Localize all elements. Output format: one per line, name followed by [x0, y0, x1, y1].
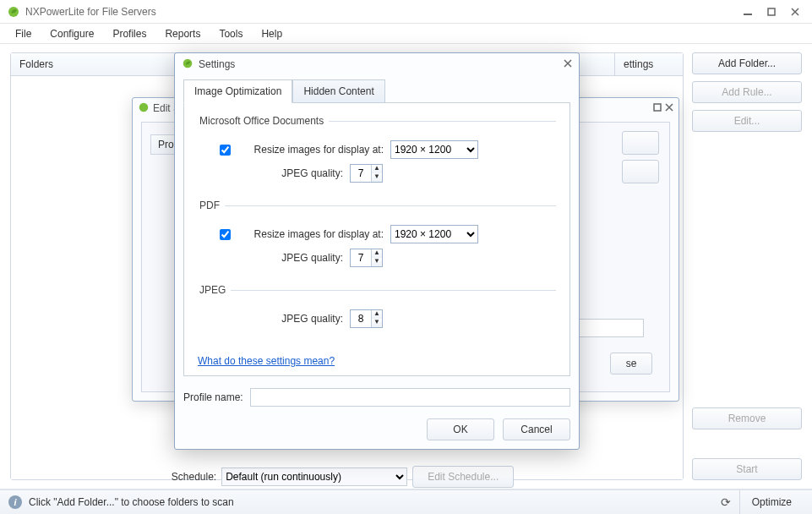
remove-button[interactable]: Remove	[692, 407, 802, 429]
group-office-legend: Microsoft Office Documents	[198, 115, 329, 127]
settings-column-header[interactable]: ettings	[615, 53, 683, 75]
edit-window-icon	[138, 101, 150, 116]
svg-rect-2	[768, 8, 775, 15]
ok-button[interactable]: OK	[427, 418, 494, 440]
group-pdf: PDF Resize images for display at: 1920 ×…	[198, 200, 556, 276]
edit-window-maximize[interactable]	[653, 102, 662, 114]
schedule-row: Schedule: Default (run continuously) Edi…	[0, 465, 685, 489]
pdf-jpeg-spinner[interactable]: ▲▼	[350, 249, 383, 267]
office-resize-checkbox[interactable]	[220, 145, 231, 156]
pdf-jpeg-label: JPEG quality:	[216, 252, 343, 264]
app-title: NXPowerLite for File Servers	[25, 6, 734, 18]
start-button[interactable]: Start	[692, 458, 802, 480]
add-rule-button[interactable]: Add Rule...	[692, 81, 802, 103]
menu-tools[interactable]: Tools	[210, 26, 251, 41]
titlebar: NXPowerLite for File Servers	[0, 0, 812, 24]
menu-configure[interactable]: Configure	[41, 26, 102, 41]
group-office: Microsoft Office Documents Resize images…	[198, 115, 556, 191]
office-resize-label: Resize images for display at:	[240, 144, 384, 156]
minimize-button[interactable]	[738, 5, 758, 19]
spin-down-icon[interactable]: ▼	[372, 258, 382, 266]
pdf-resize-select[interactable]: 1920 × 1200	[390, 225, 478, 243]
pdf-resize-checkbox[interactable]	[220, 229, 231, 240]
edit-window-side-button-2[interactable]	[622, 160, 659, 183]
office-jpeg-label: JPEG quality:	[216, 167, 343, 179]
side-buttons: Add Folder... Add Rule... Edit... Remove…	[692, 52, 802, 480]
schedule-select[interactable]: Default (run continuously)	[221, 468, 407, 486]
pdf-jpeg-value[interactable]	[351, 249, 371, 266]
menu-profiles[interactable]: Profiles	[104, 26, 155, 41]
edit-window-se-button[interactable]: se	[610, 353, 652, 375]
office-jpeg-value[interactable]	[351, 165, 371, 182]
settings-tabpanel: Microsoft Office Documents Resize images…	[183, 102, 570, 376]
app-icon	[7, 5, 20, 19]
cancel-button[interactable]: Cancel	[503, 418, 570, 440]
profile-name-label: Profile name:	[183, 391, 243, 403]
settings-title: Settings	[199, 58, 564, 70]
pdf-resize-label: Resize images for display at:	[240, 228, 384, 240]
refresh-icon[interactable]: ⟳	[719, 495, 733, 509]
menu-reports[interactable]: Reports	[156, 26, 209, 41]
statusbar: i Click "Add Folder..." to choose folder…	[0, 489, 812, 514]
info-icon: i	[8, 495, 22, 509]
schedule-label: Schedule:	[172, 471, 216, 483]
maximize-button[interactable]	[761, 5, 782, 19]
svg-point-3	[139, 102, 149, 112]
edit-window-side-button-1[interactable]	[622, 131, 659, 155]
optimize-button[interactable]: Optimize	[739, 489, 804, 514]
tab-hidden-content[interactable]: Hidden Content	[292, 79, 384, 103]
edit-window-close[interactable]	[665, 102, 673, 114]
status-hint: Click "Add Folder..." to choose folders …	[29, 496, 234, 508]
jpeg-quality-value[interactable]	[351, 310, 371, 327]
edit-schedule-button[interactable]: Edit Schedule...	[412, 466, 514, 488]
group-jpeg-legend: JPEG	[198, 284, 231, 296]
group-jpeg: JPEG JPEG quality: ▲▼	[198, 284, 556, 336]
svg-rect-4	[654, 104, 661, 111]
menu-file[interactable]: File	[7, 26, 40, 41]
help-link[interactable]: What do these settings mean?	[198, 355, 335, 367]
settings-close-icon[interactable]	[564, 58, 572, 70]
spin-down-icon[interactable]: ▼	[372, 173, 382, 182]
menubar: File Configure Profiles Reports Tools He…	[0, 24, 812, 44]
svg-rect-1	[744, 14, 752, 15]
jpeg-quality-spinner[interactable]: ▲▼	[350, 309, 383, 328]
office-jpeg-spinner[interactable]: ▲▼	[350, 164, 383, 183]
add-folder-button[interactable]: Add Folder...	[692, 52, 802, 74]
menu-help[interactable]: Help	[253, 26, 291, 41]
group-pdf-legend: PDF	[198, 200, 225, 211]
office-resize-select[interactable]: 1920 × 1200	[390, 140, 478, 159]
edit-button[interactable]: Edit...	[692, 110, 802, 132]
spin-down-icon[interactable]: ▼	[372, 319, 382, 327]
profile-name-input[interactable]	[250, 388, 570, 407]
settings-dialog: Settings Image Optimization Hidden Conte…	[174, 52, 580, 450]
settings-icon	[182, 57, 193, 72]
tab-image-optimization[interactable]: Image Optimization	[183, 79, 292, 103]
close-button[interactable]	[785, 5, 805, 19]
jpeg-quality-label: JPEG quality:	[216, 313, 343, 325]
